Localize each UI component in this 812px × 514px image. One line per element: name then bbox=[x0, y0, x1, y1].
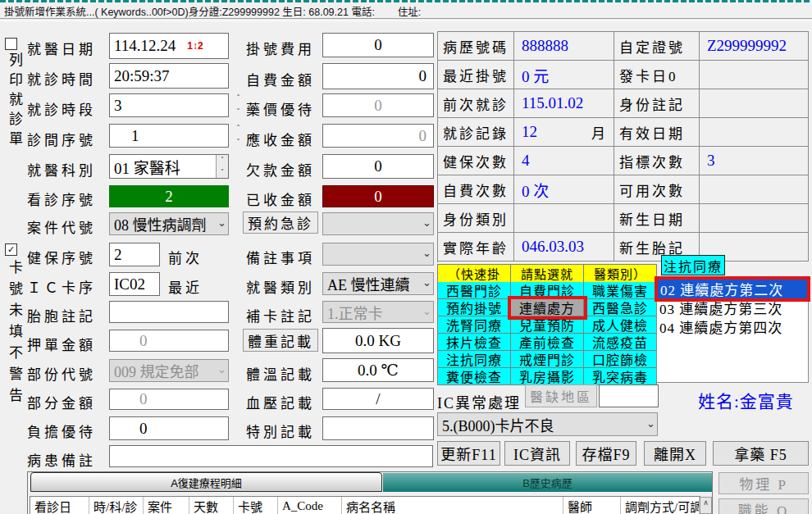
remarks-dropdown[interactable] bbox=[322, 243, 434, 266]
arrears-input[interactable]: 0 bbox=[322, 154, 434, 179]
blood-pressure-input[interactable]: / bbox=[322, 388, 434, 410]
chevron-down-icon[interactable] bbox=[646, 417, 655, 430]
scrollbar-up-icon[interactable] bbox=[700, 497, 712, 514]
remarks-label: 備註事項 bbox=[246, 247, 315, 267]
session-input[interactable]: 3 bbox=[109, 93, 229, 117]
quick-cell[interactable]: 口腔篩檢 bbox=[584, 351, 657, 368]
copay-code-dropdown[interactable]: 009 規定免部 bbox=[109, 359, 229, 382]
ic-error-label: IC異常處理 bbox=[437, 391, 521, 412]
temperature-input[interactable]: 0.0 ℃ bbox=[322, 358, 434, 382]
weight-input[interactable]: 0.0 KG bbox=[322, 328, 434, 353]
chevron-down-icon[interactable] bbox=[422, 247, 431, 259]
self-pay-input[interactable]: 0 bbox=[322, 63, 434, 89]
ic-error-dropdown[interactable]: 5.(B000)卡片不良 bbox=[437, 412, 658, 436]
nhi-seq-input[interactable]: 2 bbox=[109, 243, 160, 266]
window-title: 掛號新增作業系統...( Keywords..00f>0D)身分證:Z29999… bbox=[4, 3, 812, 17]
quick-cell[interactable]: 流感疫苗 bbox=[584, 334, 657, 351]
quick-cell[interactable]: 西醫門診 bbox=[438, 282, 511, 299]
drug-discount-input[interactable]: 0 bbox=[322, 93, 434, 117]
update-f11-button[interactable]: 更新F11 bbox=[437, 441, 500, 466]
ic-info-button[interactable]: IC資訊 bbox=[504, 441, 570, 466]
exit-button[interactable]: 離開X bbox=[644, 441, 706, 466]
print-slip-label: 列印就診單 bbox=[4, 52, 25, 151]
ic-seq-input[interactable]: IC02 bbox=[109, 272, 160, 296]
quick-cell[interactable]: 職業傷害 bbox=[584, 282, 657, 299]
weight-button[interactable]: 體重記載 bbox=[243, 329, 318, 352]
quick-select-header: （快速掛 請點選就 醫類別） bbox=[437, 264, 657, 282]
reg-fee-input[interactable]: 0 bbox=[322, 33, 434, 57]
discount-input[interactable]: 0 bbox=[109, 416, 229, 440]
chevron-down-icon[interactable] bbox=[422, 216, 431, 229]
deposit-input[interactable]: 0 bbox=[109, 330, 229, 352]
quick-cell[interactable]: 抹片檢查 bbox=[438, 334, 511, 351]
occupational-therapy-button[interactable]: 職能 O bbox=[718, 498, 809, 514]
card-note-label: 補卡註記 bbox=[246, 305, 315, 325]
spin-up-icon[interactable] bbox=[221, 157, 224, 164]
visit-date-input[interactable]: 114.12.24 1↕2 bbox=[109, 33, 229, 59]
refill-item[interactable]: 04 連續處方第四次 bbox=[657, 317, 808, 336]
spin-down-icon[interactable] bbox=[236, 139, 240, 146]
consult-seq-field[interactable]: 2 bbox=[109, 185, 229, 207]
newborn-date-value bbox=[700, 204, 809, 233]
special-note-input[interactable] bbox=[322, 416, 434, 440]
quick-cell-selected[interactable]: 連續處方 bbox=[511, 299, 584, 316]
spin-up-icon[interactable] bbox=[236, 94, 240, 102]
department-spinner[interactable] bbox=[216, 155, 228, 178]
actual-age-value: 046.03.03 bbox=[514, 233, 614, 262]
department-spinbox[interactable]: 01 家醫科 bbox=[109, 154, 229, 179]
get-medicine-f5-button[interactable]: 拿藥 F5 bbox=[713, 441, 809, 466]
no-warning-checkbox[interactable] bbox=[5, 243, 17, 256]
session-spinner[interactable] bbox=[233, 94, 244, 116]
save-f9-button[interactable]: 存檔F9 bbox=[576, 441, 636, 466]
refill-item[interactable]: 03 連續處方第三次 bbox=[657, 298, 808, 317]
tab-history[interactable]: B歷史病歷 bbox=[383, 473, 712, 492]
nhi-count-value: 4 bbox=[514, 147, 614, 175]
print-slip-checkbox[interactable] bbox=[5, 38, 17, 50]
refill-item-selected[interactable]: 02 連續處方第二次 bbox=[658, 280, 807, 298]
quick-cell[interactable]: 兒童預防 bbox=[511, 316, 584, 334]
department-value: 01 家醫科 bbox=[114, 156, 180, 178]
visit-type-dropdown[interactable]: AE 慢性連續 bbox=[322, 272, 434, 295]
card-note-value: 1.正常卡 bbox=[327, 302, 383, 323]
quick-cell[interactable]: 成人健檢 bbox=[584, 316, 657, 334]
session-label: 就診時段 bbox=[27, 98, 96, 119]
quick-cell[interactable]: 洗腎同療 bbox=[438, 316, 511, 334]
placenta-input[interactable] bbox=[109, 301, 229, 323]
quick-cell[interactable]: 乳突病毒 bbox=[584, 368, 657, 385]
quick-cell[interactable]: 乳房攝影 bbox=[511, 368, 584, 385]
spin-down-icon[interactable] bbox=[221, 169, 224, 176]
visit-record-cell: 12 月 bbox=[514, 118, 614, 147]
quick-cell[interactable]: 預約掛號 bbox=[438, 299, 511, 316]
spin-down-icon[interactable] bbox=[236, 108, 240, 116]
shortage-area-button[interactable]: 醫缺地區 bbox=[525, 384, 597, 407]
col-a-code: A_Code bbox=[278, 497, 342, 514]
quick-cell[interactable]: 戒煙門診 bbox=[511, 351, 584, 368]
copay-amount-input[interactable]: 0 bbox=[109, 389, 229, 410]
appointment-er-dropdown[interactable] bbox=[322, 212, 434, 235]
tab-rehab-detail[interactable]: A復建療程明細 bbox=[30, 472, 382, 492]
chevron-down-icon[interactable] bbox=[217, 216, 226, 229]
visit-time-input[interactable]: 20:59:37 bbox=[109, 63, 229, 89]
case-code-dropdown[interactable]: 08 慢性病調劑 bbox=[109, 212, 229, 235]
refill-listbox[interactable]: 02 連續處方第二次 03 連續處方第三次 04 連續處方第四次 bbox=[656, 278, 809, 383]
quick-cell[interactable]: 自費門診 bbox=[511, 282, 584, 299]
appointment-er-button[interactable]: 預約急診 bbox=[243, 212, 318, 234]
card-note-dropdown[interactable]: 1.正常卡 bbox=[322, 301, 434, 323]
room-seq-spinner[interactable] bbox=[233, 125, 244, 146]
quick-cell[interactable]: 注抗同療 bbox=[438, 351, 511, 368]
shortage-area-input[interactable] bbox=[599, 384, 659, 407]
receivable-input[interactable]: 0 bbox=[322, 124, 434, 148]
quick-cell[interactable]: 糞便檢查 bbox=[438, 368, 511, 385]
patient-note-input[interactable] bbox=[109, 445, 433, 467]
selfpay-count-value: 0 次 bbox=[514, 175, 614, 204]
refill-panel-header: 注抗同療 bbox=[661, 255, 725, 275]
spin-up-icon[interactable] bbox=[236, 125, 240, 132]
physical-therapy-button[interactable]: 物理 P bbox=[718, 472, 809, 494]
quick-cell[interactable]: 產前檢查 bbox=[511, 334, 584, 351]
valid-date-label: 有效日期 bbox=[614, 118, 700, 147]
chevron-down-icon[interactable] bbox=[422, 276, 431, 289]
quick-cell[interactable]: 西醫急診 bbox=[584, 299, 657, 316]
copay-code-label: 部份代號 bbox=[27, 363, 96, 384]
received-field[interactable]: 0 bbox=[322, 185, 434, 207]
room-seq-input[interactable]: 1 bbox=[109, 124, 229, 148]
